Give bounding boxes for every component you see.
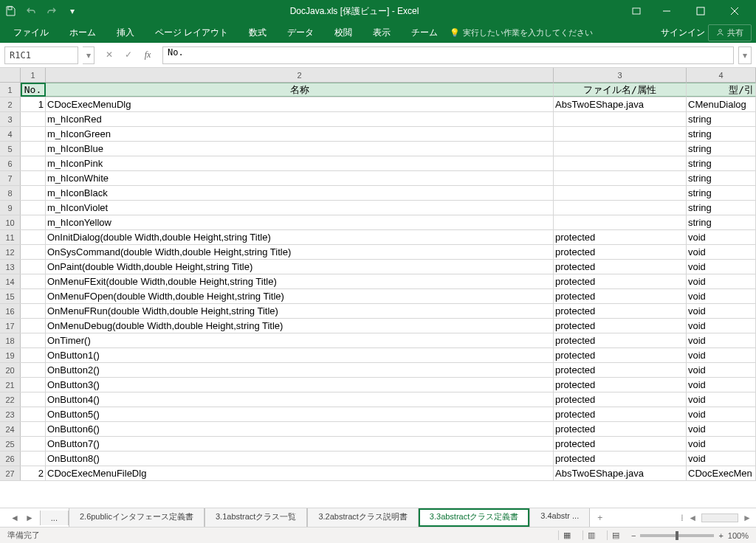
cell[interactable]: void (687, 422, 756, 436)
cell[interactable] (21, 156, 46, 170)
cell[interactable] (554, 171, 687, 185)
zoom-out-button[interactable]: − (631, 531, 636, 540)
name-box[interactable]: R1C1 (4, 46, 78, 64)
cell[interactable]: protected (554, 230, 687, 244)
row-header[interactable]: 26 (0, 452, 21, 466)
cell[interactable]: string (687, 142, 756, 156)
row-header[interactable]: 18 (0, 333, 21, 347)
cell[interactable]: void (687, 392, 756, 407)
row-header[interactable]: 11 (0, 230, 21, 244)
zoom-level[interactable]: 100% (728, 531, 749, 540)
sheet-nav-prev-icon[interactable]: ◄ (10, 513, 19, 523)
row-header[interactable]: 16 (0, 304, 21, 318)
tab-pagelayout[interactable]: ページ レイアウト (146, 24, 237, 42)
tell-me[interactable]: 💡 実行したい作業を入力してください (450, 27, 593, 38)
cell[interactable]: OnSysCommand(double Width,double Height,… (46, 245, 554, 259)
cell[interactable] (21, 348, 46, 362)
cell[interactable]: OnButton7() (46, 437, 554, 451)
cell[interactable]: 1 (21, 97, 46, 111)
column-header[interactable]: 2 (46, 68, 554, 82)
cell[interactable]: CDocExecMen (687, 466, 756, 480)
new-sheet-button[interactable]: + (590, 513, 610, 523)
cell[interactable]: string (687, 186, 756, 200)
tab-data[interactable]: データ (278, 24, 323, 42)
row-header[interactable]: 27 (0, 466, 21, 480)
sheet-tab[interactable]: 3.1abstractクラス一覧 (205, 508, 307, 527)
column-header[interactable]: 4 (687, 68, 756, 82)
row-header[interactable]: 24 (0, 422, 21, 436)
cell[interactable] (554, 215, 687, 229)
tab-home[interactable]: ホーム (61, 24, 105, 42)
redo-icon[interactable] (46, 5, 58, 17)
cell[interactable] (21, 201, 46, 215)
cell[interactable] (21, 378, 46, 392)
cell[interactable]: string (687, 127, 756, 141)
cell[interactable]: OnInitDialog(double Width,double Height,… (46, 230, 554, 244)
cell[interactable]: m_hIconBlack (46, 186, 554, 200)
cell[interactable]: OnTimer() (46, 333, 554, 347)
sheet-nav-next-icon[interactable]: ► (25, 513, 34, 523)
cell[interactable]: 2 (21, 466, 46, 480)
cell[interactable]: m_hIconBlue (46, 142, 554, 156)
hscroll-right-icon[interactable]: ► (743, 513, 752, 523)
cell[interactable] (554, 156, 687, 170)
sheet-tab[interactable]: 2.6publicインタフェース定義書 (69, 508, 205, 527)
cell[interactable] (21, 127, 46, 141)
cell[interactable]: CDocExecMenuFileDlg (46, 466, 554, 480)
undo-icon[interactable] (25, 5, 37, 17)
cell[interactable]: protected (554, 363, 687, 377)
cell[interactable]: string (687, 215, 756, 229)
cell[interactable]: AbsTwoEShape.java (554, 97, 687, 111)
cell[interactable] (21, 245, 46, 259)
cell[interactable]: CDocExecMenuDlg (46, 97, 554, 111)
cell[interactable]: void (687, 304, 756, 318)
cell[interactable] (554, 127, 687, 141)
view-pagebreak-icon[interactable]: ▤ (607, 530, 624, 540)
row-header[interactable]: 23 (0, 407, 21, 421)
share-button[interactable]: 共有 (708, 24, 752, 41)
cell[interactable]: void (687, 437, 756, 451)
name-box-dropdown-icon[interactable]: ▾ (83, 46, 94, 64)
hscroll-left-icon[interactable]: ◄ (688, 513, 697, 523)
tab-insert[interactable]: 挿入 (108, 24, 143, 42)
cell[interactable]: OnPaint(double Width,double Height,strin… (46, 260, 554, 274)
cell[interactable]: OnButton1() (46, 348, 554, 362)
cell[interactable]: void (687, 333, 756, 347)
select-all-corner[interactable] (0, 68, 21, 82)
cell[interactable] (21, 112, 46, 126)
row-header[interactable]: 4 (0, 127, 21, 141)
cell[interactable]: protected (554, 319, 687, 333)
row-header[interactable]: 17 (0, 319, 21, 333)
cell[interactable]: void (687, 245, 756, 259)
minimize-button[interactable] (650, 0, 684, 22)
cell[interactable] (21, 437, 46, 451)
cell[interactable]: OnMenuFExit(double Width,double Height,s… (46, 274, 554, 288)
cell[interactable]: protected (554, 422, 687, 436)
cell[interactable]: 型/引 (687, 83, 756, 97)
cancel-icon[interactable]: ✕ (103, 49, 115, 60)
maximize-button[interactable] (684, 0, 718, 22)
row-header[interactable]: 9 (0, 201, 21, 215)
cell[interactable]: void (687, 230, 756, 244)
cell[interactable] (554, 186, 687, 200)
row-header[interactable]: 7 (0, 171, 21, 185)
row-header[interactable]: 10 (0, 215, 21, 229)
fx-icon[interactable]: fx (142, 49, 154, 60)
cell[interactable]: void (687, 260, 756, 274)
cell[interactable]: protected (554, 289, 687, 303)
row-header[interactable]: 1 (0, 83, 21, 97)
cell[interactable] (554, 201, 687, 215)
row-header[interactable]: 12 (0, 245, 21, 259)
cell[interactable]: OnMenuFRun(double Width,double Height,st… (46, 304, 554, 318)
hscroll-track[interactable] (701, 513, 738, 522)
cell[interactable] (21, 260, 46, 274)
tab-view[interactable]: 表示 (364, 24, 399, 42)
tab-formulas[interactable]: 数式 (240, 24, 275, 42)
cell[interactable]: void (687, 407, 756, 421)
cell[interactable]: string (687, 156, 756, 170)
cell[interactable]: OnButton6() (46, 422, 554, 436)
cell[interactable]: OnButton2() (46, 363, 554, 377)
tab-file[interactable]: ファイル (4, 24, 58, 42)
cell[interactable] (21, 407, 46, 421)
cell[interactable]: No. (21, 83, 46, 97)
